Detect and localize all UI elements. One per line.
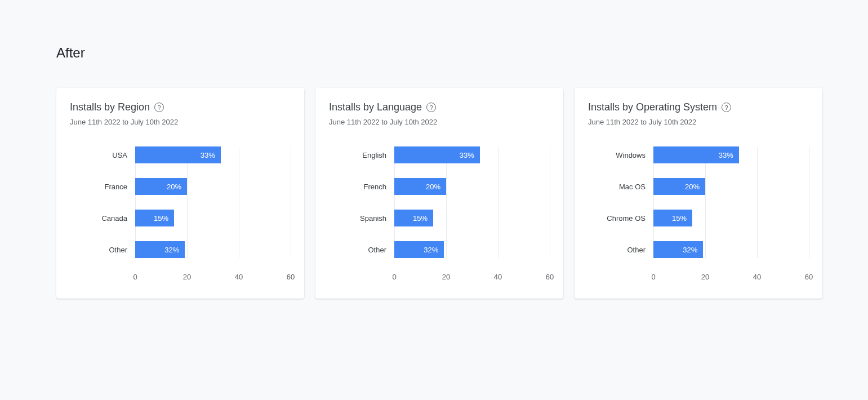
- bar-label: Other: [70, 246, 135, 254]
- x-tick: 60: [287, 273, 295, 281]
- card-os: Installs by Operating System ? June 11th…: [575, 88, 822, 299]
- card-header: Installs by Region ?: [70, 101, 291, 113]
- bar-label: Chrome OS: [588, 214, 653, 223]
- help-icon[interactable]: ?: [426, 103, 436, 112]
- bar-label: Other: [588, 246, 653, 254]
- chart-area: USA33%France20%Canada15%Other32% 0204060: [70, 146, 291, 283]
- bar-row: English33%: [329, 146, 550, 163]
- card-subtitle: June 11th 2022 to July 10th 2022: [70, 118, 291, 126]
- x-tick: 40: [235, 273, 243, 281]
- x-tick: 0: [133, 273, 137, 281]
- bar-row: Mac OS20%: [588, 178, 809, 195]
- card-language: Installs by Language ? June 11th 2022 to…: [315, 88, 563, 299]
- x-tick: 20: [183, 273, 191, 281]
- x-tick: 0: [392, 273, 396, 281]
- bar-label: Other: [329, 246, 394, 254]
- x-axis: 0204060: [135, 273, 291, 283]
- card-header: Installs by Operating System ?: [588, 101, 809, 113]
- card-header: Installs by Language ?: [329, 101, 550, 113]
- bar: 15%: [394, 210, 433, 226]
- x-tick: 40: [753, 273, 761, 281]
- bar: 20%: [653, 178, 705, 195]
- bar: 32%: [135, 241, 185, 258]
- x-tick: 20: [442, 273, 450, 281]
- chart-area: English33%French20%Spanish15%Other32% 02…: [329, 146, 550, 283]
- cards-row: Installs by Region ? June 11th 2022 to J…: [56, 88, 812, 299]
- bar-row: French20%: [329, 178, 550, 195]
- bar-label: French: [329, 183, 394, 191]
- bar: 33%: [394, 146, 480, 163]
- bar-label: France: [70, 183, 135, 191]
- x-tick: 40: [494, 273, 502, 281]
- x-tick: 0: [651, 273, 655, 281]
- chart-body: USA33%France20%Canada15%Other32%: [70, 146, 291, 258]
- bar-row: Windows33%: [588, 146, 809, 163]
- bar-label: Windows: [588, 151, 653, 159]
- bar: 20%: [394, 178, 446, 195]
- bar-row: Chrome OS15%: [588, 210, 809, 226]
- x-tick: 20: [701, 273, 709, 281]
- bar-label: English: [329, 151, 394, 159]
- bar-row: Other32%: [329, 241, 550, 258]
- x-tick: 60: [546, 273, 554, 281]
- chart-area: Windows33%Mac OS20%Chrome OS15%Other32% …: [588, 146, 809, 283]
- bar-label: Spanish: [329, 214, 394, 223]
- bar-row: Canada15%: [70, 210, 291, 226]
- bar-row: Spanish15%: [329, 210, 550, 226]
- card-title: Installs by Operating System: [588, 101, 717, 113]
- bar: 15%: [653, 210, 692, 226]
- bar: 32%: [394, 241, 444, 258]
- bar-row: Other32%: [588, 241, 809, 258]
- chart-body: Windows33%Mac OS20%Chrome OS15%Other32%: [588, 146, 809, 258]
- bar-label: USA: [70, 151, 135, 159]
- bar-row: France20%: [70, 178, 291, 195]
- bar: 15%: [135, 210, 174, 226]
- bar: 20%: [135, 178, 187, 195]
- card-region: Installs by Region ? June 11th 2022 to J…: [56, 88, 304, 299]
- x-axis: 0204060: [653, 273, 809, 283]
- card-subtitle: June 11th 2022 to July 10th 2022: [588, 118, 809, 126]
- help-icon[interactable]: ?: [154, 103, 164, 112]
- bar-row: USA33%: [70, 146, 291, 163]
- bar: 33%: [653, 146, 739, 163]
- bar-row: Other32%: [70, 241, 291, 258]
- bar-label: Mac OS: [588, 183, 653, 191]
- chart-body: English33%French20%Spanish15%Other32%: [329, 146, 550, 258]
- page-title: After: [56, 45, 812, 61]
- card-title: Installs by Language: [329, 101, 422, 113]
- bar: 32%: [653, 241, 703, 258]
- help-icon[interactable]: ?: [722, 103, 731, 112]
- card-subtitle: June 11th 2022 to July 10th 2022: [329, 118, 550, 126]
- x-axis: 0204060: [394, 273, 550, 283]
- card-title: Installs by Region: [70, 101, 150, 113]
- x-tick: 60: [805, 273, 813, 281]
- bar: 33%: [135, 146, 221, 163]
- bar-label: Canada: [70, 214, 135, 223]
